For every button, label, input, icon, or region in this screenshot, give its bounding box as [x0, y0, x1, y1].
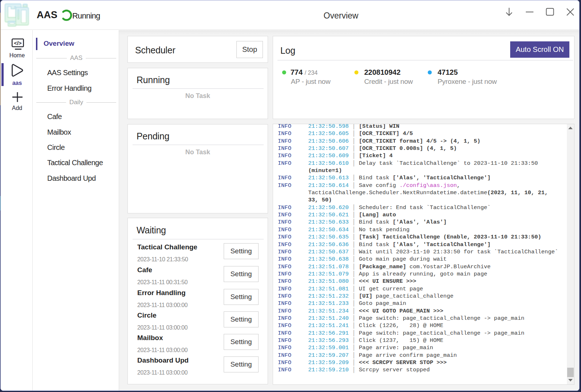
svg-text:</>: </>	[14, 40, 22, 46]
